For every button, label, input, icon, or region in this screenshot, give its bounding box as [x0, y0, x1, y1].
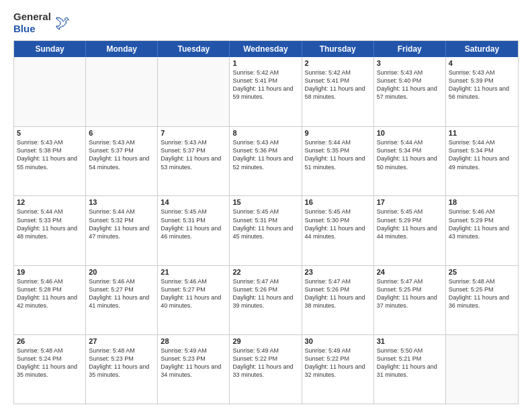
day-number: 11 — [449, 129, 515, 137]
calendar-cell: 4Sunrise: 5:43 AMSunset: 5:39 PMDaylight… — [446, 57, 518, 126]
calendar-cell: 13Sunrise: 5:44 AMSunset: 5:32 PMDayligh… — [86, 196, 158, 265]
cell-info: Sunrise: 5:43 AMSunset: 5:40 PMDaylight:… — [377, 68, 443, 101]
cell-info: Sunrise: 5:44 AMSunset: 5:34 PMDaylight:… — [449, 138, 515, 171]
calendar-row-1: 1Sunrise: 5:42 AMSunset: 5:41 PMDaylight… — [14, 57, 518, 126]
cell-info: Sunrise: 5:49 AMSunset: 5:22 PMDaylight:… — [232, 347, 298, 379]
day-number: 19 — [17, 268, 83, 276]
calendar-cell: 3Sunrise: 5:43 AMSunset: 5:40 PMDaylight… — [374, 57, 446, 126]
calendar-cell: 12Sunrise: 5:44 AMSunset: 5:33 PMDayligh… — [14, 196, 86, 265]
calendar-body: 1Sunrise: 5:42 AMSunset: 5:41 PMDaylight… — [14, 57, 518, 404]
weekday-header-thursday: Thursday — [302, 41, 374, 57]
calendar-cell: 22Sunrise: 5:47 AMSunset: 5:26 PMDayligh… — [230, 266, 302, 334]
day-number: 2 — [305, 59, 371, 67]
day-number: 20 — [89, 268, 154, 276]
cell-info: Sunrise: 5:48 AMSunset: 5:25 PMDaylight:… — [449, 277, 515, 310]
cell-info: Sunrise: 5:49 AMSunset: 5:22 PMDaylight:… — [305, 347, 371, 379]
calendar-cell: 8Sunrise: 5:43 AMSunset: 5:36 PMDaylight… — [230, 127, 302, 195]
calendar-cell: 30Sunrise: 5:49 AMSunset: 5:22 PMDayligh… — [302, 335, 374, 404]
calendar-cell: 5Sunrise: 5:43 AMSunset: 5:38 PMDaylight… — [14, 127, 86, 195]
day-number: 18 — [449, 198, 515, 206]
cell-info: Sunrise: 5:46 AMSunset: 5:27 PMDaylight:… — [89, 277, 154, 310]
day-number: 22 — [232, 268, 298, 276]
cell-info: Sunrise: 5:44 AMSunset: 5:33 PMDaylight:… — [17, 208, 83, 240]
weekday-header-tuesday: Tuesday — [158, 41, 230, 57]
calendar-cell: 17Sunrise: 5:45 AMSunset: 5:29 PMDayligh… — [374, 196, 446, 265]
calendar-cell — [158, 57, 230, 126]
calendar-cell: 7Sunrise: 5:43 AMSunset: 5:37 PMDaylight… — [158, 127, 230, 195]
calendar-cell — [14, 57, 86, 126]
cell-info: Sunrise: 5:43 AMSunset: 5:39 PMDaylight:… — [449, 68, 515, 101]
day-number: 4 — [449, 59, 515, 67]
day-number: 26 — [17, 337, 83, 345]
cell-info: Sunrise: 5:44 AMSunset: 5:34 PMDaylight:… — [377, 138, 443, 171]
calendar-cell: 9Sunrise: 5:44 AMSunset: 5:35 PMDaylight… — [302, 127, 374, 195]
page: General Blue 🕊 SundayMondayTuesdayWednes… — [0, 0, 532, 411]
cell-info: Sunrise: 5:50 AMSunset: 5:21 PMDaylight:… — [377, 347, 443, 379]
cell-info: Sunrise: 5:49 AMSunset: 5:23 PMDaylight:… — [161, 347, 226, 379]
logo-bird-icon: 🕊 — [55, 14, 70, 32]
day-number: 13 — [89, 198, 154, 206]
cell-info: Sunrise: 5:44 AMSunset: 5:35 PMDaylight:… — [305, 138, 371, 171]
day-number: 24 — [377, 268, 443, 276]
day-number: 27 — [89, 337, 154, 345]
calendar-row-5: 26Sunrise: 5:48 AMSunset: 5:24 PMDayligh… — [14, 334, 518, 404]
cell-info: Sunrise: 5:47 AMSunset: 5:26 PMDaylight:… — [232, 277, 298, 310]
cell-info: Sunrise: 5:46 AMSunset: 5:28 PMDaylight:… — [17, 277, 83, 310]
cell-info: Sunrise: 5:45 AMSunset: 5:29 PMDaylight:… — [377, 208, 443, 240]
calendar-cell: 25Sunrise: 5:48 AMSunset: 5:25 PMDayligh… — [446, 266, 518, 334]
cell-info: Sunrise: 5:42 AMSunset: 5:41 PMDaylight:… — [305, 68, 371, 101]
day-number: 8 — [232, 129, 298, 137]
calendar-cell: 20Sunrise: 5:46 AMSunset: 5:27 PMDayligh… — [86, 266, 158, 334]
cell-info: Sunrise: 5:43 AMSunset: 5:38 PMDaylight:… — [17, 138, 83, 171]
weekday-header-friday: Friday — [374, 41, 446, 57]
weekday-header-wednesday: Wednesday — [230, 41, 302, 57]
calendar-cell: 16Sunrise: 5:45 AMSunset: 5:30 PMDayligh… — [302, 196, 374, 265]
calendar-cell: 14Sunrise: 5:45 AMSunset: 5:31 PMDayligh… — [158, 196, 230, 265]
day-number: 25 — [449, 268, 515, 276]
calendar-cell: 26Sunrise: 5:48 AMSunset: 5:24 PMDayligh… — [14, 335, 86, 404]
cell-info: Sunrise: 5:43 AMSunset: 5:37 PMDaylight:… — [161, 138, 226, 171]
day-number: 1 — [232, 59, 298, 67]
calendar-cell: 11Sunrise: 5:44 AMSunset: 5:34 PMDayligh… — [446, 127, 518, 195]
day-number: 9 — [305, 129, 371, 137]
cell-info: Sunrise: 5:45 AMSunset: 5:30 PMDaylight:… — [305, 208, 371, 240]
calendar-row-4: 19Sunrise: 5:46 AMSunset: 5:28 PMDayligh… — [14, 265, 518, 334]
weekday-header-monday: Monday — [86, 41, 158, 57]
calendar-cell: 2Sunrise: 5:42 AMSunset: 5:41 PMDaylight… — [302, 57, 374, 126]
calendar-cell: 29Sunrise: 5:49 AMSunset: 5:22 PMDayligh… — [230, 335, 302, 404]
calendar-cell: 21Sunrise: 5:46 AMSunset: 5:27 PMDayligh… — [158, 266, 230, 334]
calendar-cell: 23Sunrise: 5:47 AMSunset: 5:26 PMDayligh… — [302, 266, 374, 334]
cell-info: Sunrise: 5:48 AMSunset: 5:24 PMDaylight:… — [17, 347, 83, 379]
cell-info: Sunrise: 5:45 AMSunset: 5:31 PMDaylight:… — [161, 208, 226, 240]
calendar-cell — [86, 57, 158, 126]
day-number: 12 — [17, 198, 83, 206]
calendar-cell — [446, 335, 518, 404]
calendar-cell: 31Sunrise: 5:50 AMSunset: 5:21 PMDayligh… — [374, 335, 446, 404]
logo: General Blue 🕊 — [13, 11, 70, 35]
day-number: 28 — [161, 337, 226, 345]
calendar-header: SundayMondayTuesdayWednesdayThursdayFrid… — [14, 41, 518, 57]
cell-info: Sunrise: 5:44 AMSunset: 5:32 PMDaylight:… — [89, 208, 154, 240]
cell-info: Sunrise: 5:42 AMSunset: 5:41 PMDaylight:… — [232, 68, 298, 101]
cell-info: Sunrise: 5:46 AMSunset: 5:27 PMDaylight:… — [161, 277, 226, 310]
cell-info: Sunrise: 5:45 AMSunset: 5:31 PMDaylight:… — [232, 208, 298, 240]
calendar-cell: 18Sunrise: 5:46 AMSunset: 5:29 PMDayligh… — [446, 196, 518, 265]
calendar: SundayMondayTuesdayWednesdayThursdayFrid… — [13, 40, 519, 404]
day-number: 3 — [377, 59, 443, 67]
cell-info: Sunrise: 5:46 AMSunset: 5:29 PMDaylight:… — [449, 208, 515, 240]
cell-info: Sunrise: 5:43 AMSunset: 5:37 PMDaylight:… — [89, 138, 154, 171]
day-number: 14 — [161, 198, 226, 206]
day-number: 7 — [161, 129, 226, 137]
day-number: 21 — [161, 268, 226, 276]
cell-info: Sunrise: 5:47 AMSunset: 5:26 PMDaylight:… — [305, 277, 371, 310]
calendar-cell: 19Sunrise: 5:46 AMSunset: 5:28 PMDayligh… — [14, 266, 86, 334]
day-number: 29 — [232, 337, 298, 345]
day-number: 16 — [305, 198, 371, 206]
day-number: 30 — [305, 337, 371, 345]
logo-blue: Blue — [13, 23, 36, 34]
day-number: 31 — [377, 337, 443, 345]
day-number: 10 — [377, 129, 443, 137]
cell-info: Sunrise: 5:48 AMSunset: 5:23 PMDaylight:… — [89, 347, 154, 379]
day-number: 23 — [305, 268, 371, 276]
header: General Blue 🕊 — [13, 11, 519, 35]
